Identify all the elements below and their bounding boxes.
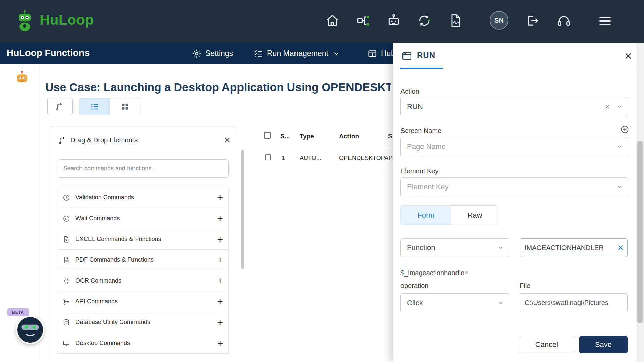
hamburger-menu-icon[interactable] bbox=[598, 14, 612, 28]
list-item-excel-commands[interactable]: EXCEL Commands & Functions + bbox=[58, 229, 229, 250]
clear-icon[interactable] bbox=[604, 104, 610, 110]
list-item-pdf-commands[interactable]: PDF PDF Commands & Functions + bbox=[58, 249, 229, 270]
settings-label: Settings bbox=[205, 49, 233, 58]
list-item-database-utility-commands[interactable]: Database Utility Commands + bbox=[58, 312, 229, 333]
list-item-ocr-commands[interactable]: OCR Commands + bbox=[58, 270, 229, 291]
screen-name-select[interactable]: Page Name bbox=[400, 137, 628, 156]
action-select[interactable]: RUN bbox=[400, 97, 628, 116]
action-select-value: RUN bbox=[407, 102, 423, 111]
function-value-wrap bbox=[520, 238, 628, 257]
active-tab-indicator bbox=[400, 68, 443, 69]
huloop-logo-icon[interactable] bbox=[14, 10, 36, 32]
operation-select-value: Click bbox=[407, 299, 423, 307]
operation-label: operation bbox=[400, 282, 428, 290]
automation-robot-icon[interactable] bbox=[386, 13, 401, 28]
file-label: File bbox=[520, 282, 530, 290]
pdf-icon: PDF bbox=[63, 256, 70, 264]
add-icon[interactable]: + bbox=[217, 276, 223, 286]
drag-drop-elements-panel: Drag & Drop Elements Validation Commands… bbox=[50, 126, 236, 362]
list-item-label: EXCEL Commands & Functions bbox=[75, 236, 161, 243]
assistant-avatar-icon[interactable] bbox=[13, 69, 31, 87]
list-item-label: Desktop Commands bbox=[75, 340, 130, 347]
workflow-icon[interactable] bbox=[356, 13, 371, 28]
screen-name-label: Screen Name bbox=[400, 127, 441, 135]
function-value-input[interactable] bbox=[520, 238, 628, 257]
list-item-label: Database Utility Commands bbox=[75, 319, 150, 326]
run-drawer: RUN Action RUN Screen Name bbox=[393, 43, 636, 362]
save-button[interactable]: Save bbox=[579, 336, 628, 353]
clear-icon[interactable] bbox=[617, 244, 624, 251]
tab-raw-label: Raw bbox=[467, 211, 482, 220]
chevron-down-icon bbox=[616, 143, 623, 150]
list-item-api-commands[interactable]: API Commands + bbox=[58, 291, 229, 312]
operation-select[interactable]: Click bbox=[400, 293, 509, 312]
add-icon[interactable]: + bbox=[217, 255, 223, 265]
huloop-app: HuLoop bbox=[0, 0, 644, 362]
chevron-down-icon bbox=[497, 244, 504, 251]
nav-item-run-management[interactable]: Run Management bbox=[254, 43, 340, 64]
page-scrollbar-track[interactable] bbox=[636, 43, 644, 362]
file-path-input[interactable] bbox=[520, 293, 628, 312]
nav-title: HuLoop Functions bbox=[7, 48, 90, 58]
column-header-sr: S... bbox=[280, 133, 290, 140]
logout-icon[interactable] bbox=[525, 14, 540, 28]
headset-icon[interactable] bbox=[557, 14, 572, 28]
nav-item-settings[interactable]: Settings bbox=[192, 43, 233, 64]
user-avatar[interactable]: SN bbox=[490, 11, 508, 30]
ocr-icon bbox=[63, 277, 70, 285]
chevron-down-icon bbox=[332, 50, 340, 58]
tab-raw[interactable]: Raw bbox=[451, 205, 498, 225]
list-view-button[interactable] bbox=[79, 98, 110, 115]
list-item-desktop-commands[interactable]: Desktop Commands + bbox=[58, 333, 229, 354]
brand-name: HuLoop bbox=[40, 12, 94, 28]
list-item-validation-commands[interactable]: Validation Commands + bbox=[58, 187, 229, 208]
validation-icon bbox=[63, 194, 70, 201]
checklist-icon bbox=[254, 49, 263, 58]
page-title: Use Case: Launching a Desktop Applicatio… bbox=[45, 81, 391, 94]
add-screen-icon[interactable] bbox=[620, 125, 629, 134]
table-cell-type: AUTO... bbox=[300, 155, 321, 162]
content-scrollbar[interactable] bbox=[241, 150, 244, 269]
cancel-button[interactable]: Cancel bbox=[519, 336, 575, 353]
add-icon[interactable]: + bbox=[217, 338, 223, 348]
flow-icon bbox=[58, 136, 67, 145]
close-icon[interactable] bbox=[624, 51, 633, 61]
desktop-icon bbox=[63, 340, 70, 347]
pdf-export-icon[interactable]: PDF bbox=[448, 13, 463, 28]
element-key-placeholder: Element Key bbox=[407, 183, 449, 191]
function-select[interactable]: Function bbox=[400, 238, 509, 257]
row-checkbox[interactable] bbox=[265, 154, 271, 160]
sync-icon[interactable] bbox=[417, 13, 432, 28]
window-icon bbox=[402, 51, 412, 61]
add-icon[interactable]: + bbox=[217, 317, 223, 327]
robot-logo-icon bbox=[14, 10, 36, 32]
tab-form-label: Form bbox=[417, 211, 434, 220]
element-key-label: Element Key bbox=[400, 167, 438, 175]
add-icon[interactable]: + bbox=[217, 214, 223, 224]
run-drawer-header: RUN bbox=[393, 43, 636, 69]
chevron-down-icon bbox=[616, 183, 623, 191]
drag-panel-title: Drag & Drop Elements bbox=[70, 136, 138, 144]
add-icon[interactable]: + bbox=[217, 234, 223, 244]
beta-badge: BETA bbox=[7, 308, 29, 316]
add-icon[interactable]: + bbox=[217, 193, 223, 203]
view-toggle-group bbox=[79, 98, 140, 115]
select-all-checkbox[interactable] bbox=[264, 132, 271, 139]
function-helper-text: $_imageactionhandle= bbox=[400, 269, 468, 277]
element-key-select[interactable]: Element Key bbox=[400, 177, 628, 196]
close-icon[interactable] bbox=[223, 136, 231, 144]
tab-form[interactable]: Form bbox=[400, 205, 451, 225]
column-header-action: Action bbox=[339, 133, 359, 140]
list-item-label: OCR Commands bbox=[75, 277, 121, 284]
grid-view-button[interactable] bbox=[110, 98, 140, 115]
page-scrollbar-thumb[interactable] bbox=[637, 141, 643, 323]
search-input[interactable] bbox=[58, 159, 229, 178]
home-icon[interactable] bbox=[325, 13, 340, 28]
wait-icon bbox=[63, 215, 70, 222]
flow-view-button[interactable] bbox=[47, 98, 73, 115]
chevron-down-icon bbox=[497, 299, 504, 307]
list-item-label: PDF Commands & Functions bbox=[75, 256, 154, 263]
chatbot-mascot-icon[interactable] bbox=[16, 316, 44, 344]
add-icon[interactable]: + bbox=[217, 297, 223, 307]
list-item-wait-commands[interactable]: Wait Commands + bbox=[58, 208, 229, 229]
